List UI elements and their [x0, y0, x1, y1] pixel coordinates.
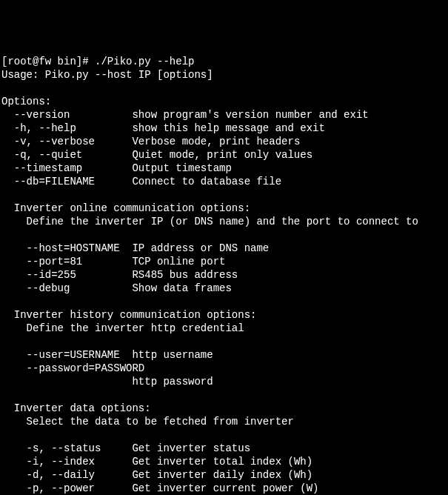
- option-line: -h, --help show this help message and ex…: [1, 122, 325, 134]
- section-desc: Define the inverter IP (or DNS name) and…: [1, 216, 418, 227]
- option-line: --user=USERNAME http username: [1, 349, 213, 361]
- section-header: Inverter history communication options:: [1, 309, 256, 321]
- option-line: -q, --quiet Quiet mode, print only value…: [1, 149, 312, 161]
- option-line: http password: [1, 376, 213, 388]
- option-line: --id=255 RS485 bus address: [1, 269, 238, 281]
- option-line: -p, --power Get inverter current power (…: [1, 482, 318, 494]
- usage-line: Usage: Piko.py --host IP [options]: [1, 69, 213, 81]
- section-desc: Define the inverter http credential: [1, 322, 244, 334]
- option-line: --db=FILENAME Connect to database file: [1, 176, 281, 187]
- section-header: Inverter online communication options:: [1, 202, 250, 214]
- section-desc: Select the data to be fetched from inver…: [1, 416, 294, 428]
- option-line: -s, --status Get inverter status: [1, 442, 250, 454]
- option-line: -i, --index Get inverter total index (Wh…: [1, 456, 312, 468]
- option-line: -d, --daily Get inverter daily index (Wh…: [1, 469, 312, 481]
- section-header: Inverter data options:: [1, 402, 151, 414]
- option-line: --port=81 TCP online port: [1, 256, 225, 268]
- terminal-output: [root@fw bin]# ./Piko.py --help Usage: P…: [1, 55, 447, 495]
- command-text: ./Piko.py --help: [95, 56, 194, 67]
- option-line: --host=HOSTNAME IP address or DNS name: [1, 242, 269, 254]
- shell-prompt: [root@fw bin]#: [1, 56, 95, 67]
- option-line: --timestamp Output timestamp: [1, 162, 232, 174]
- option-line: --debug Show data frames: [1, 282, 232, 294]
- option-line: --version show program's version number …: [1, 109, 369, 121]
- option-line: --password=PASSWORD: [1, 362, 144, 374]
- option-line: -v, --verbose Verbose mode, print header…: [1, 136, 300, 147]
- options-header: Options:: [1, 96, 51, 107]
